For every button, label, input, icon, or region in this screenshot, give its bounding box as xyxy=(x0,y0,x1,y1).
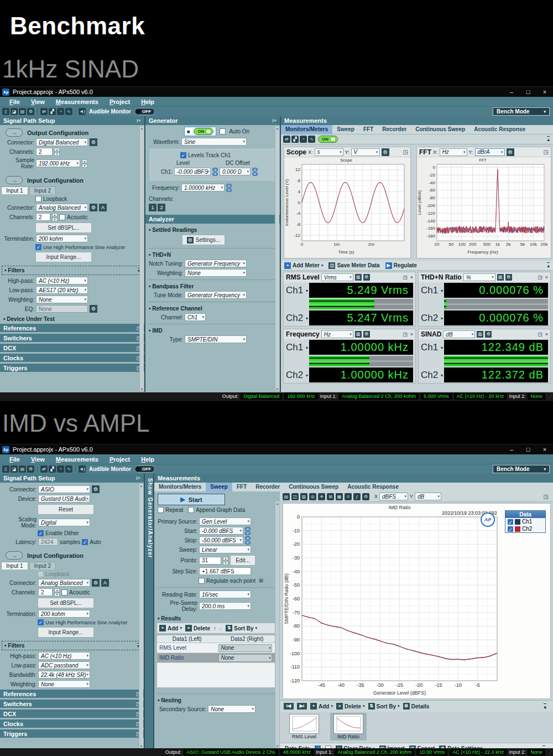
close-button[interactable]: × xyxy=(536,89,553,95)
details-button[interactable]: ⚙Details xyxy=(403,703,430,710)
cursor-icon[interactable]: ≡ xyxy=(345,493,352,500)
append-graph-checkbox[interactable] xyxy=(188,507,194,513)
loopback-checkbox[interactable] xyxy=(35,196,41,202)
fft-settings-icon[interactable]: ⚙ xyxy=(507,148,514,156)
frequency-unit-select[interactable]: Hz xyxy=(321,330,353,338)
tab-sweep[interactable]: Sweep xyxy=(206,483,232,491)
sidebar-item-references[interactable]: References◳ xyxy=(0,690,144,698)
input-channels-field[interactable]: 2 xyxy=(36,213,50,221)
new-file-icon[interactable]: ▯ xyxy=(2,465,9,473)
output-connector-select[interactable]: Digital Balanced xyxy=(36,138,88,146)
sidebar-item-clocks[interactable]: Clocks◳ xyxy=(0,354,144,362)
popout-icon[interactable]: ◳ xyxy=(538,275,542,280)
frequency-select[interactable]: 1.00000 kHz xyxy=(181,184,225,191)
tab-monitors-meters[interactable]: Monitors/Meters xyxy=(281,125,332,134)
print-icon[interactable]: ▥ xyxy=(300,493,307,500)
scrollbar[interactable] xyxy=(275,126,279,391)
close-icon[interactable]: × xyxy=(410,275,413,280)
settings-icon[interactable]: ⚙ xyxy=(27,465,34,473)
signal-path-setup-header[interactable]: Signal Path SetupI+ xyxy=(0,474,144,483)
reading-rate-select[interactable]: 16/sec xyxy=(199,591,251,598)
legend-row-ch2[interactable]: Ch2 xyxy=(505,525,545,532)
signal-icon[interactable]: ∿ xyxy=(65,108,72,115)
popout-icon[interactable]: ◳ xyxy=(403,275,408,280)
input-range-button[interactable]: Input Range... xyxy=(35,252,92,262)
output-connector-select[interactable]: ASIO xyxy=(38,485,90,493)
input-advanced-icon[interactable]: A xyxy=(99,204,107,211)
menu-file[interactable]: File xyxy=(4,456,25,463)
measurements-header[interactable]: Measurements xyxy=(281,116,553,125)
high-performance-sine-checkbox[interactable] xyxy=(35,244,41,250)
save-icon[interactable]: ▤ xyxy=(19,465,26,473)
sidebar-item-switchers[interactable]: Switchers◳ xyxy=(0,700,144,708)
latency-auto-checkbox[interactable] xyxy=(82,539,88,545)
meter-settings-icon[interactable]: ⚙ xyxy=(363,331,370,338)
start-button[interactable]: ▶Start xyxy=(158,494,225,505)
minimize-button[interactable]: – xyxy=(503,89,520,95)
fit-icon[interactable]: ⊞ xyxy=(327,493,334,500)
reference-channel-header[interactable]: Reference Channel xyxy=(149,305,278,312)
menu-file[interactable]: File xyxy=(4,99,25,105)
tab-recorder[interactable]: Recorder xyxy=(251,483,284,491)
sweep-stop-select[interactable]: -50.000 dBFS xyxy=(199,536,243,544)
input-advanced-icon[interactable]: A xyxy=(101,579,109,587)
transfer-icon[interactable]: ⇄ xyxy=(40,108,48,115)
scope-y-units-select[interactable]: V xyxy=(351,148,380,156)
levels-track-checkbox[interactable] xyxy=(180,152,186,158)
ch1-selector[interactable]: Ch1 ▾ xyxy=(286,342,309,353)
input-connector-select[interactable]: Analog Balanced xyxy=(38,579,90,587)
tab-acoustic-response[interactable]: Acoustic Response xyxy=(469,125,530,134)
audible-monitor-toggle[interactable]: OFF xyxy=(134,465,155,473)
sample-rate-stepper[interactable]: ▴▾ xyxy=(82,159,87,167)
menu-measurements[interactable]: Measurements xyxy=(51,456,103,463)
y-units-select[interactable]: dB xyxy=(415,493,441,500)
legend-header[interactable]: Data xyxy=(505,511,545,518)
dock-icon[interactable]: I+ xyxy=(272,118,276,123)
device-select[interactable]: Gustard USB Audi... xyxy=(38,495,90,503)
meter-settings-icon[interactable]: ⚙ xyxy=(485,331,492,338)
channel-1-button[interactable]: 1 xyxy=(149,204,156,211)
signal-path-setup-header[interactable]: Signal Path SetupI+ xyxy=(0,116,144,125)
thdn-header[interactable]: THD+N xyxy=(149,252,278,258)
open-icon[interactable]: ◪ xyxy=(11,108,18,115)
meter-settings-icon[interactable]: ⚙ xyxy=(505,274,512,281)
high-performance-sine-checkbox[interactable] xyxy=(38,619,44,625)
menu-help[interactable]: Help xyxy=(136,99,159,105)
repeat-checkbox[interactable] xyxy=(158,507,164,513)
enable-dither-checkbox[interactable] xyxy=(38,530,44,536)
sample-rate-select[interactable]: 192.000 kHz xyxy=(36,159,80,167)
ch1-selector[interactable]: Ch1 ▾ xyxy=(421,285,444,296)
ch1-selector[interactable]: Ch1 ▾ xyxy=(421,342,444,353)
save-graph-icon[interactable]: ▤ xyxy=(283,493,290,500)
input-connector-settings-icon[interactable]: ⚙ xyxy=(90,204,97,211)
zoom-icon[interactable]: ◎ xyxy=(309,493,316,500)
regulate-each-point-checkbox[interactable] xyxy=(199,578,205,584)
meter-style-icon[interactable]: ▥ xyxy=(497,274,504,281)
collapse-icon[interactable]: ▴ xyxy=(544,703,546,710)
channel-2-button[interactable]: 2 xyxy=(158,204,165,211)
titlebar[interactable]: Ap Project.approjx - APx500 v6.0 – □ × xyxy=(0,87,553,97)
tune-mode-select[interactable]: Generator Frequency xyxy=(185,291,247,299)
tab-continuous-sweep[interactable]: Continuous Sweep xyxy=(411,125,469,134)
graph-settings-icon[interactable]: ⚙ xyxy=(362,493,369,500)
points-field[interactable]: 31 xyxy=(199,557,221,565)
settings-icon[interactable]: ⚙ xyxy=(27,108,34,115)
sidebar-item-clocks[interactable]: Clocks◳ xyxy=(0,719,144,728)
scrollbar[interactable] xyxy=(139,126,144,391)
sweep-type-select[interactable]: Linear xyxy=(199,546,251,553)
close-button[interactable]: × xyxy=(536,446,553,453)
maximize-button[interactable]: □ xyxy=(520,89,536,95)
frequency-stepper[interactable]: ▴▾ xyxy=(226,184,232,191)
titlebar[interactable]: Ap Project.approjx - APx500 v6.0 – □ × xyxy=(0,444,553,454)
scope-x-units-select[interactable]: s xyxy=(315,148,343,156)
scrollbar[interactable] xyxy=(139,484,143,748)
result-row-imd-ratio[interactable]: IMD RatioNone xyxy=(157,653,277,663)
tab-acoustic-response[interactable]: Acoustic Response xyxy=(343,483,403,491)
tab-fft[interactable]: FFT xyxy=(232,483,251,491)
edit-points-button[interactable]: Edit... xyxy=(230,555,255,566)
input-channels-stepper[interactable]: ▴▾ xyxy=(54,588,60,596)
tab-recorder[interactable]: Recorder xyxy=(378,125,411,134)
tab-input-1[interactable]: Input 1 xyxy=(1,187,28,194)
sidebar-item-references[interactable]: References◳ xyxy=(0,324,144,332)
add-data-button[interactable]: +Add▾ xyxy=(310,703,333,710)
